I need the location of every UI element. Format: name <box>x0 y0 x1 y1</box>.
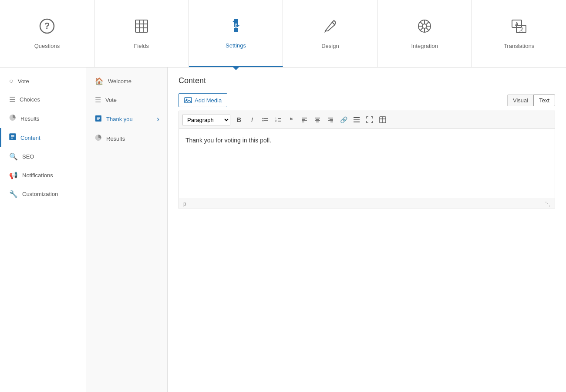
align-right-button[interactable] <box>324 114 337 126</box>
svg-rect-56 <box>354 117 360 118</box>
add-media-label: Add Media <box>195 97 222 104</box>
nav-questions-label: Questions <box>34 43 60 49</box>
mid-item-vote[interactable]: ☰ Vote <box>87 91 167 109</box>
svg-rect-34 <box>185 98 192 103</box>
resize-handle[interactable]: ⋱ <box>545 201 550 207</box>
svg-line-20 <box>426 22 429 24</box>
sidebar-item-customization[interactable]: 🔧 Customization <box>0 185 87 203</box>
svg-line-19 <box>426 28 429 30</box>
align-center-button[interactable] <box>311 114 323 126</box>
welcome-icon: 🏠 <box>95 77 104 85</box>
mid-results-icon <box>95 134 102 143</box>
nav-questions[interactable]: ? Questions <box>0 0 94 67</box>
customization-icon: 🔧 <box>9 190 18 198</box>
svg-text:⇅: ⇅ <box>232 18 240 29</box>
add-media-icon <box>184 96 192 104</box>
table-button[interactable] <box>377 114 389 126</box>
paragraph-format-select[interactable]: Paragraph Heading 1 Heading 2 Heading 3 … <box>182 115 230 125</box>
horizontal-rule-button[interactable] <box>350 114 363 126</box>
fullscreen-button[interactable] <box>364 114 376 126</box>
blockquote-button[interactable]: ❝ <box>285 114 297 126</box>
nav-integration-label: Integration <box>411 43 438 49</box>
svg-point-38 <box>263 120 264 122</box>
fields-icon <box>133 18 150 38</box>
sidebar-item-notifications-label: Notifications <box>22 172 53 179</box>
notifications-icon: 📢 <box>9 171 18 179</box>
sidebar-item-choices[interactable]: ☰ Choices <box>0 90 87 109</box>
view-toggle: Visual Text <box>507 95 555 106</box>
svg-point-36 <box>263 118 264 119</box>
sidebar-item-content[interactable]: Content <box>0 128 87 147</box>
svg-line-21 <box>420 28 423 30</box>
nav-fields-label: Fields <box>134 43 149 49</box>
main-layout: ○ Vote ☰ Choices Results <box>0 68 566 392</box>
sidebar-item-choices-label: Choices <box>20 96 40 103</box>
sidebar-item-results-label: Results <box>20 115 39 122</box>
sidebar-item-customization-label: Customization <box>22 191 58 197</box>
nav-design-label: Design <box>321 43 339 49</box>
svg-text:2.: 2. <box>275 120 277 122</box>
mid-item-results-label: Results <box>106 135 125 142</box>
nav-settings[interactable]: ⇅ Settings <box>189 0 283 67</box>
editor-wrapper: Paragraph Heading 1 Heading 2 Heading 3 … <box>179 111 555 209</box>
nav-fields[interactable]: Fields <box>94 0 189 67</box>
visual-view-button[interactable]: Visual <box>507 95 534 106</box>
mid-item-results[interactable]: Results <box>87 129 167 148</box>
align-left-button[interactable] <box>298 114 310 126</box>
nav-design[interactable]: Design <box>283 0 377 67</box>
add-media-button[interactable]: Add Media <box>179 93 227 107</box>
content-area: Content Add Media Visual Text <box>168 68 566 392</box>
italic-button[interactable]: I <box>246 114 258 126</box>
sidebar-item-content-label: Content <box>20 135 40 141</box>
editor-path: p <box>183 201 186 207</box>
mid-item-welcome[interactable]: 🏠 Welcome <box>87 72 167 91</box>
sidebar-item-seo-label: SEO <box>22 153 34 160</box>
editor-body[interactable]: Thank you for voting in this poll. <box>179 129 555 199</box>
svg-text:文: 文 <box>519 27 524 32</box>
sidebar-left: ○ Vote ☰ Choices Results <box>0 68 87 392</box>
ordered-list-button[interactable]: 1.2. <box>272 114 284 126</box>
mid-item-vote-label: Vote <box>105 97 117 103</box>
integration-icon <box>416 18 433 38</box>
editor-footer: p ⋱ <box>179 199 555 209</box>
link-button[interactable]: 🔗 <box>337 114 350 126</box>
editor-toolbar-top: Add Media Visual Text <box>179 93 555 107</box>
sidebar-item-notifications[interactable]: 📢 Notifications <box>0 166 87 185</box>
choices-icon: ☰ <box>9 95 15 104</box>
seo-icon: 🔍 <box>9 152 18 161</box>
sidebar-item-seo[interactable]: 🔍 SEO <box>0 147 87 166</box>
nav-translations-label: Translations <box>504 43 534 49</box>
results-icon <box>9 114 16 123</box>
design-icon <box>322 18 338 38</box>
mid-vote-icon: ☰ <box>95 96 101 104</box>
content-icon <box>9 133 16 142</box>
svg-rect-2 <box>135 20 148 32</box>
questions-icon: ? <box>39 18 55 38</box>
svg-rect-58 <box>354 122 360 122</box>
editor-format-bar: Paragraph Heading 1 Heading 2 Heading 3 … <box>179 111 555 129</box>
translations-icon: A 文 <box>511 18 527 38</box>
sidebar-item-results[interactable]: Results <box>0 109 87 128</box>
top-nav: ? Questions Fields ⇅ Settin <box>0 0 566 68</box>
sidebar-item-vote-label: Vote <box>18 78 29 84</box>
mid-item-thankyou[interactable]: Thank you <box>87 109 167 129</box>
sidebar-mid: 🏠 Welcome ☰ Vote Thank you <box>87 68 168 392</box>
mid-item-welcome-label: Welcome <box>108 78 131 84</box>
vote-icon: ○ <box>9 77 13 85</box>
nav-integration[interactable]: Integration <box>377 0 472 67</box>
svg-text:?: ? <box>44 21 50 30</box>
nav-translations[interactable]: A 文 Translations <box>472 0 566 67</box>
text-view-button[interactable]: Text <box>533 95 555 106</box>
nav-settings-label: Settings <box>226 42 246 49</box>
settings-icon: ⇅ <box>228 17 244 38</box>
thankyou-icon <box>95 115 102 124</box>
editor-content: Thank you for voting in this poll. <box>185 137 271 144</box>
svg-point-13 <box>422 24 427 28</box>
unordered-list-button[interactable] <box>259 114 271 126</box>
sidebar-item-vote[interactable]: ○ Vote <box>0 72 87 90</box>
bold-button[interactable]: B <box>233 114 245 126</box>
mid-item-thankyou-label: Thank you <box>106 116 133 122</box>
content-title: Content <box>179 76 555 85</box>
svg-line-18 <box>420 22 423 24</box>
